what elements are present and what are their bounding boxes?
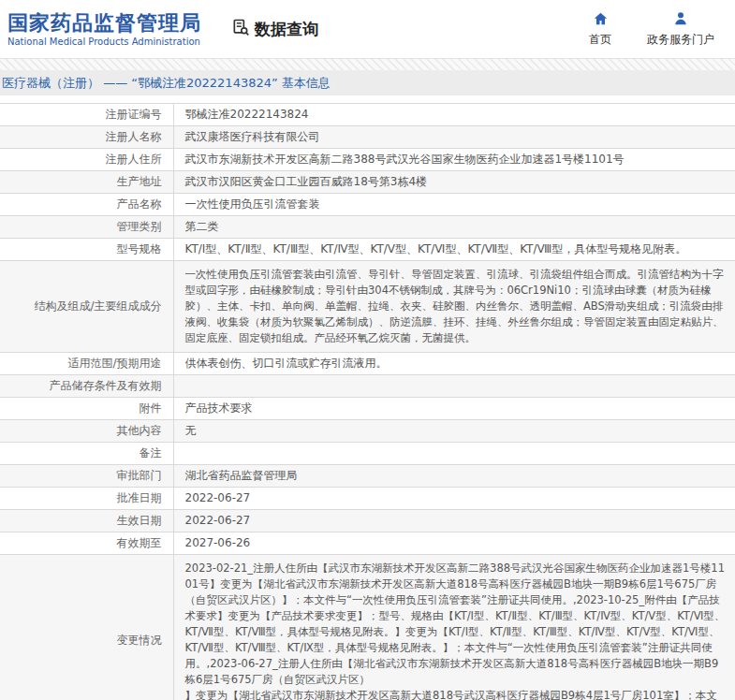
logo-title: 国家药品监督管理局 (7, 11, 201, 36)
person-icon (673, 11, 688, 29)
nav-portal[interactable]: 政务服务门户 (647, 11, 714, 48)
row-value: 2022-06-27 (173, 510, 735, 532)
row-value (173, 443, 735, 465)
table-row: 生效日期2022-06-27 (0, 510, 735, 532)
row-label: 适用范围/预期用途 (0, 353, 173, 375)
row-label: 变更情况 (0, 555, 173, 700)
row-value: 一次性使用负压引流管套装 (173, 194, 735, 216)
row-label: 注册证编号 (0, 104, 173, 126)
breadcrumb: 医疗器械（注册） —— “鄂械注准20222143824” 基本信息 (0, 75, 331, 92)
row-value: 第二类 (173, 216, 735, 239)
table-row: 审批部门湖北省药品监督管理局 (0, 465, 735, 488)
logo-subtitle: National Medical Products Administration (7, 36, 201, 48)
row-value: 鄂械注准20222143824 (173, 104, 735, 126)
decorative-stripe-band (0, 58, 735, 70)
breadcrumb-bar: 医疗器械（注册） —— “鄂械注准20222143824” 基本信息 (0, 70, 735, 95)
row-label: 生效日期 (0, 510, 173, 532)
table-row: 管理类别第二类 (0, 216, 735, 239)
nav-home[interactable]: 首页 (589, 11, 611, 48)
table-row: 附件产品技术要求 (0, 398, 735, 420)
row-value: 无 (173, 420, 735, 443)
table-row: 适用范围/预期用途供体表创伤、切口引流或贮存引流液用。 (0, 353, 735, 375)
nav-portal-label: 政务服务门户 (647, 32, 714, 48)
row-label: 批准日期 (0, 488, 173, 510)
row-label: 型号规格 (0, 239, 173, 261)
info-table: 注册证编号鄂械注准20222143824注册人名称武汉康塔医疗科技有限公司注册人… (0, 103, 735, 700)
document-search-icon (231, 18, 250, 40)
data-query-tab[interactable]: 数据查询 (231, 18, 318, 40)
row-value: 产品技术要求 (173, 398, 735, 420)
row-label: 管理类别 (0, 216, 173, 239)
row-label: 生产地址 (0, 171, 173, 194)
table-row: 变更情况2023-02-21_注册人住所由【武汉市东湖新技术开发区高新二路388… (0, 555, 735, 700)
table-row: 产品名称一次性使用负压引流管套装 (0, 194, 735, 216)
row-value: KT/Ⅰ型、KT/Ⅱ型、KT/Ⅲ型、KT/Ⅳ型、KT/Ⅴ型、KT/Ⅵ型、KT/Ⅶ… (173, 239, 735, 261)
row-label: 产品储存条件及有效期 (0, 375, 173, 398)
spacer (0, 95, 735, 103)
row-value (173, 375, 735, 398)
row-label: 有效期至 (0, 532, 173, 555)
row-value: 武汉康塔医疗科技有限公司 (173, 126, 735, 149)
table-row: 生产地址武汉市汉阳区黄金口工业园百威路18号第3栋4楼 (0, 171, 735, 194)
table-row: 其他内容无 (0, 420, 735, 443)
table-row: 结构及组成/主要组成成分一次性使用负压引流管套装由引流管、导引针、导管固定装置、… (0, 261, 735, 353)
site-logo: 国家药品监督管理局 National Medical Products Admi… (7, 11, 201, 48)
home-icon (593, 11, 609, 29)
row-label: 附件 (0, 398, 173, 420)
table-row: 产品储存条件及有效期 (0, 375, 735, 398)
table-row: 型号规格KT/Ⅰ型、KT/Ⅱ型、KT/Ⅲ型、KT/Ⅳ型、KT/Ⅴ型、KT/Ⅵ型、… (0, 239, 735, 261)
row-label: 备注 (0, 443, 173, 465)
row-label: 注册人住所 (0, 149, 173, 171)
row-label: 注册人名称 (0, 126, 173, 149)
row-value: 武汉市汉阳区黄金口工业园百威路18号第3栋4楼 (173, 171, 735, 194)
row-label: 其他内容 (0, 420, 173, 443)
row-value: 2023-02-21_注册人住所由【武汉市东湖新技术开发区高新二路388号武汉光… (173, 555, 735, 700)
table-row: 有效期至2027-06-26 (0, 532, 735, 555)
row-value: 2022-06-27 (173, 488, 735, 510)
table-row: 注册人名称武汉康塔医疗科技有限公司 (0, 126, 735, 149)
row-value: 2027-06-26 (173, 532, 735, 555)
row-value: 一次性使用负压引流管套装由引流管、导引针、导管固定装置、引流球、引流袋组件组合而… (173, 261, 735, 353)
row-label: 结构及组成/主要组成成分 (0, 261, 173, 353)
table-row: 批准日期2022-06-27 (0, 488, 735, 510)
table-row: 备注 (0, 443, 735, 465)
table-row: 注册证编号鄂械注准20222143824 (0, 104, 735, 126)
top-nav: 首页 政务服务门户 (589, 11, 722, 48)
row-value: 湖北省药品监督管理局 (173, 465, 735, 488)
row-label: 审批部门 (0, 465, 173, 488)
table-row: 注册人住所武汉市东湖新技术开发区高新二路388号武汉光谷国家生物医药企业加速器1… (0, 149, 735, 171)
row-value: 供体表创伤、切口引流或贮存引流液用。 (173, 353, 735, 375)
row-value: 武汉市东湖新技术开发区高新二路388号武汉光谷国家生物医药企业加速器1号楼110… (173, 149, 735, 171)
site-header: 国家药品监督管理局 National Medical Products Admi… (0, 0, 735, 58)
nav-home-label: 首页 (589, 32, 611, 48)
data-query-label: 数据查询 (255, 19, 318, 40)
row-label: 产品名称 (0, 194, 173, 216)
